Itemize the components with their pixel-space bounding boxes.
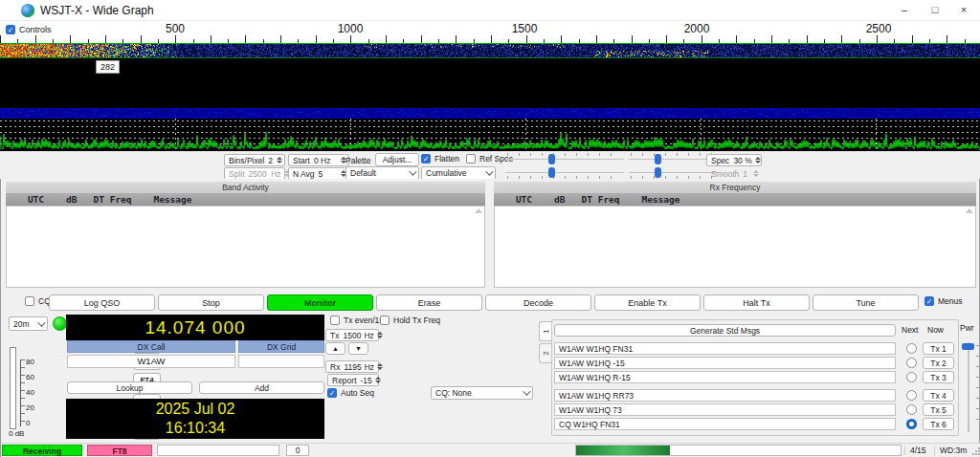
tx6-next-radio[interactable] (906, 419, 917, 429)
message-tab-1[interactable]: 1 (539, 321, 552, 341)
decode-button[interactable]: Decode (485, 294, 591, 311)
tx-freq-down-button[interactable]: ▼ (348, 342, 368, 355)
tx6-message-input[interactable]: CQ W1HQ FN31 (554, 418, 896, 430)
palette-select[interactable]: Default (345, 166, 419, 180)
tx4-now-button[interactable]: Tx 4 (923, 389, 954, 402)
flatten-checkbox[interactable]: ✓ Flatten (421, 154, 459, 163)
rx-frequency-panel: Rx Frequency UTC dB DT Freq Message (494, 182, 976, 290)
status-bar: Receiving FT8 0 4/15 WD:3m (1, 443, 980, 457)
tx2-next-radio[interactable] (906, 358, 917, 368)
dx-grid-input[interactable] (238, 355, 324, 368)
generate-std-msgs-button[interactable]: Generate Std Msgs (554, 324, 896, 337)
log-qso-button[interactable]: Log QSO (49, 294, 155, 311)
waterfall-strip[interactable] (0, 43, 980, 58)
tx-freq-spinner[interactable]: Tx 1500 Hz (325, 329, 379, 341)
spinner-arrows-icon[interactable] (752, 157, 761, 163)
minimize-icon[interactable]: – (890, 0, 919, 20)
tx4-next-radio[interactable] (906, 390, 917, 401)
slider-handle[interactable] (655, 167, 661, 178)
spinner-arrows-icon (750, 170, 759, 177)
slider-handle[interactable] (548, 154, 555, 164)
band-activity-list[interactable] (6, 206, 485, 288)
scroll-up-icon[interactable] (966, 208, 973, 213)
lookup-button[interactable]: Lookup (67, 381, 192, 394)
tx3-now-button[interactable]: Tx 3 (923, 371, 954, 383)
pwr-slider-handle[interactable] (962, 343, 974, 350)
spectrum-zero-slider[interactable] (629, 166, 717, 179)
spinner-arrows-icon[interactable] (372, 377, 381, 383)
tx1-next-radio[interactable] (906, 343, 917, 354)
erase-button[interactable]: Erase (376, 294, 482, 311)
adjust-button[interactable]: Adjust... (375, 153, 419, 166)
tx1-now-button[interactable]: Tx 1 (923, 342, 954, 355)
band-select[interactable]: 20m (9, 316, 48, 331)
bins-pixel-spinner[interactable]: Bins/Pixel 2 (224, 154, 285, 166)
wide-graph-titlebar[interactable]: WSJT-X - Wide Graph – □ × (0, 0, 980, 21)
decode-progress-label: 4/15 (910, 446, 926, 455)
controls-checkbox[interactable]: ✓ Controls (6, 25, 56, 34)
tx3-next-radio[interactable] (906, 372, 917, 382)
waterfall-gain-slider[interactable] (505, 153, 624, 165)
checkbox-check-icon: ✓ (924, 296, 934, 306)
wsjtx-app: WSJT-X - Wide Graph – □ × 500 1000 1500 … (0, 0, 980, 457)
scale-label-1000: 1000 (338, 22, 364, 35)
palette-label: Palette (345, 156, 370, 165)
hold-tx-freq-checkbox[interactable]: Hold Tx Freq (380, 316, 440, 325)
tx3-message-input[interactable]: W1AW W1HQ R-15 (554, 371, 896, 383)
tx1-message-input[interactable]: W1AW W1HQ FN31 (554, 342, 896, 355)
tx5-next-radio[interactable] (906, 404, 917, 415)
tx4-message-input[interactable]: W1AW W1HQ RR73 (554, 389, 896, 402)
rx-freq-spinner[interactable]: Rx 1195 Hz (325, 360, 379, 373)
wide-graph-window: WSJT-X - Wide Graph – □ × 500 1000 1500 … (0, 0, 980, 179)
auto-seq-checkbox[interactable]: ✓ Auto Seq (327, 388, 374, 398)
spec-percent-spinner[interactable]: Spec 30 % (706, 154, 762, 166)
slider-handle[interactable] (548, 167, 555, 178)
meter-scale: 80 60 40 20 0 (20, 359, 46, 426)
cq-filter-select[interactable]: CQ: None (431, 386, 533, 400)
stop-button[interactable]: Stop (158, 294, 264, 311)
tx6-now-button[interactable]: Tx 6 (923, 418, 954, 430)
waterfall-zero-slider[interactable] (629, 153, 717, 165)
checkbox-empty-icon (380, 316, 390, 325)
slider-handle[interactable] (655, 154, 661, 164)
message-tab-2[interactable]: 2 (539, 343, 552, 363)
spinner-arrows-icon[interactable] (374, 332, 383, 338)
tx5-now-button[interactable]: Tx 5 (923, 403, 954, 416)
now-column-label: Now (927, 325, 944, 335)
dx-call-input[interactable]: W1AW (67, 355, 235, 368)
resize-grip[interactable] (971, 447, 980, 456)
start-hz-spinner[interactable]: Start 0 Hz (288, 154, 349, 166)
tx-even-checkbox[interactable]: Tx even/1st (330, 316, 386, 325)
enable-tx-button[interactable]: Enable Tx (594, 294, 701, 311)
tx5-message-select[interactable]: W1AW W1HQ 73 (554, 403, 896, 416)
display-mode-select[interactable]: Cumulative (421, 166, 496, 180)
spectrum-gain-slider[interactable] (505, 166, 624, 179)
tx2-message-input[interactable]: W1AW W1HQ -15 (554, 357, 896, 369)
spectrum-canvas[interactable] (0, 108, 980, 151)
halt-tx-button[interactable]: Halt Tx (703, 294, 810, 311)
tune-button[interactable]: Tune (813, 294, 919, 311)
monitor-button[interactable]: Monitor (267, 294, 373, 311)
scroll-up-icon[interactable] (475, 208, 482, 213)
rx-frequency-list[interactable] (494, 206, 976, 288)
window-title: WSJT-X - Wide Graph (40, 4, 154, 17)
waterfall-area[interactable]: 282 (0, 58, 980, 108)
scale-label-2000: 2000 (684, 22, 710, 35)
add-button[interactable]: Add (199, 381, 324, 394)
pwr-slider[interactable] (968, 342, 969, 432)
spinner-arrows-icon[interactable] (374, 363, 383, 370)
frequency-tooltip: 282 (96, 60, 120, 74)
tx2-now-button[interactable]: Tx 2 (923, 357, 954, 369)
tx-freq-up-button[interactable]: ▲ (325, 342, 345, 355)
menus-checkbox[interactable]: ✓ Menus (924, 296, 963, 306)
spinner-arrows-icon[interactable] (274, 157, 282, 163)
frequency-ruler[interactable]: 500 1000 1500 2000 2500 ✓ Controls (0, 21, 980, 43)
waterfall-canvas[interactable] (0, 44, 980, 57)
checkbox-empty-icon (25, 296, 34, 306)
report-spinner[interactable]: Report -15 (327, 374, 379, 386)
maximize-icon[interactable]: □ (921, 0, 949, 20)
pwr-slider-ticks (976, 345, 979, 429)
close-icon[interactable]: × (949, 0, 978, 20)
controls-label: Controls (19, 25, 52, 34)
progress-fill (576, 446, 670, 455)
